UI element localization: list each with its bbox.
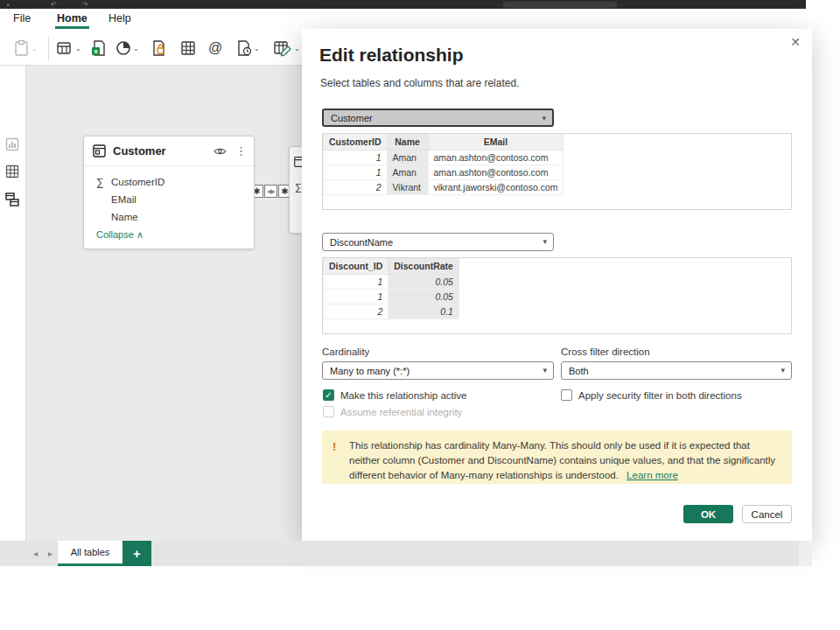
chevron-down-icon: ▾ [542,366,547,374]
tab-scroll-right-icon[interactable]: ▸ [48,549,52,558]
menu-help[interactable]: Help [108,12,131,24]
sigma-icon: ∑ [96,176,108,188]
collapse-link[interactable]: Collapse ∧ [96,229,254,241]
cardinality-select[interactable]: Many to many (*:*) ▾ [322,361,554,380]
table-card-customer[interactable]: Customer ⋮ ∑ CustomerID EMail Name [83,136,255,249]
tab-bar-extension [799,541,812,566]
filter-direction-badge: ◀▶ [264,185,277,198]
cell: aman.ashton@contoso.com [428,150,564,164]
cell: 1 [324,150,388,164]
transform-data-icon [273,39,292,57]
cell: 0.05 [388,289,459,304]
table-icon [93,144,106,158]
table1-select-value: Customer [331,113,373,123]
column-header[interactable]: Discount_ID [324,258,388,274]
data-view-icon [5,164,19,178]
redo-icon[interactable]: ↷ [82,1,88,9]
field-label: CustomerID [111,177,164,187]
cell: 0.05 [388,274,459,289]
enter-data-button[interactable] [179,38,197,59]
relationship-connector[interactable]: ✱ ◀▶ ✱ [250,185,292,198]
dataset-icon [116,40,131,56]
menu-home[interactable]: Home [57,12,88,24]
toolbar-separator [48,36,49,60]
recent-sources-button[interactable]: ⌄ [236,38,260,59]
table1-select[interactable]: Customer ▾ [322,108,554,127]
dataverse-icon: @ [208,40,222,56]
field-label: EMail [111,194,136,205]
svg-text:x: x [94,47,98,55]
column-header[interactable]: EMail [428,134,564,150]
title-bar: ▪ ↶ ↷ [0,0,806,9]
column-header[interactable]: CustomerID [324,134,388,150]
report-view-button[interactable] [5,137,19,155]
cardinality-warning-banner: ! This relationship has cardinality Many… [322,430,792,484]
cell: Aman [387,150,428,164]
menu-bar: File Home Help [0,9,812,31]
field-name[interactable]: Name [96,208,254,226]
transform-data-button[interactable]: ⌄ [273,38,300,59]
table-card-header: Customer ⋮ [84,136,254,166]
recent-sources-caret: ⌄ [254,45,260,52]
get-data-button[interactable]: ⌄ [56,38,81,59]
titlebar-search[interactable] [503,2,617,8]
warning-message: This relationship has cardinality Many-M… [349,440,775,480]
field-label: Name [111,212,138,222]
table-card-partial[interactable]: ∑ [289,146,303,234]
cell: 1 [324,164,388,179]
checkbox-label: Assume referential integrity [340,407,462,417]
table2-select[interactable]: DiscountName ▾ [322,233,554,251]
collapse-label: Collapse [96,229,134,240]
dataverse-button[interactable]: @ [208,38,222,59]
table2-preview: Discount_ID DiscountRate 1 0.05 1 0.05 2… [322,257,792,334]
checkbox-referential-integrity: Assume referential integrity [323,406,462,417]
chevron-down-icon: ▾ [780,366,785,374]
field-email[interactable]: EMail [96,191,254,208]
cardinality-value: Many to many (*:*) [330,366,410,376]
table-grid-icon [179,39,197,57]
table-row: 1 0.05 [324,289,459,304]
report-view-icon [5,137,19,151]
more-options-icon[interactable]: ⋮ [235,144,247,158]
excel-workbook-button[interactable]: x [90,38,106,59]
learn-more-link[interactable]: Learn more [626,470,678,480]
edit-relationship-dialog: ✕ Edit relationship Select tables and co… [302,29,812,541]
visibility-eye-icon[interactable] [214,144,227,159]
close-icon[interactable]: ✕ [786,32,805,52]
cancel-button[interactable]: Cancel [742,505,792,523]
cell: 1 [324,274,388,289]
column-header-selected[interactable]: Name [387,134,428,150]
tab-scroll-left-icon[interactable]: ◂ [33,549,38,558]
cell: 2 [324,179,388,194]
checkbox-make-active[interactable]: ✓ Make this relationship active [323,389,466,401]
column-header-selected[interactable]: DiscountRate [388,258,459,274]
checkbox-empty-icon [561,389,572,401]
cross-filter-value: Both [569,366,589,376]
database-icon [56,39,74,57]
table-row: 2 0.1 [324,304,459,318]
add-layout-button[interactable]: + [122,541,151,566]
app-window: ▪ ↶ ↷ File Home Help ⌄ ⌄ x ⌄ [0,0,840,630]
table-row: 1 Aman aman.ashton@contoso.com [324,150,564,164]
cell: 1 [324,289,388,304]
file-lock-icon [151,39,166,57]
cell: 2 [324,304,388,318]
file-clock-icon [236,39,252,57]
checkbox-security-filter[interactable]: Apply security filter in both directions [561,389,742,401]
tab-all-tables[interactable]: All tables [58,541,122,566]
chevron-down-icon: ▾ [542,237,547,246]
warning-icon: ! [332,438,346,484]
dataflows-button[interactable] [151,38,166,59]
get-data-caret: ⌄ [75,45,81,52]
model-view-button[interactable] [5,192,20,211]
data-view-button[interactable] [5,164,19,182]
cell: Aman [387,164,428,179]
undo-icon[interactable]: ↶ [51,1,57,9]
save-icon[interactable]: ▪ [7,1,10,9]
cross-filter-select[interactable]: Both ▾ [561,361,792,380]
ok-button[interactable]: OK [683,505,733,523]
field-customerid[interactable]: ∑ CustomerID [96,173,254,191]
menu-file[interactable]: File [13,12,31,24]
paste-button[interactable]: ⌄ [14,38,38,59]
semantic-models-button[interactable]: ⌄ [116,38,139,59]
